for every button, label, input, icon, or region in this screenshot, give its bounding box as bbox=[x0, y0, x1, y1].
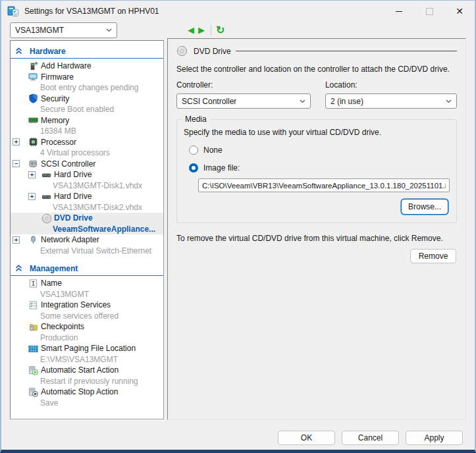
tree-item-sub: Secure Boot enabled bbox=[11, 104, 163, 115]
settings-tree: Hardware Add Hardware bbox=[10, 40, 164, 419]
minimize-button[interactable] bbox=[384, 1, 414, 22]
tree-item-label: Integration Services bbox=[41, 300, 111, 309]
tree-item-processor[interactable]: + Processor bbox=[11, 137, 163, 148]
tree-item-label: Add Hardware bbox=[41, 61, 92, 70]
main-area: Hardware Add Hardware bbox=[1, 38, 475, 421]
collapse-icon[interactable]: − bbox=[13, 160, 20, 167]
hyperv-settings-icon bbox=[7, 5, 19, 17]
auto-stop-icon bbox=[28, 387, 38, 397]
tree-item-sub: 16384 MB bbox=[11, 126, 163, 137]
expand-icon[interactable]: + bbox=[28, 193, 36, 200]
tree-item-label: Name bbox=[41, 279, 62, 288]
tree-item-label: Network Adapter bbox=[41, 235, 99, 244]
tree-item-hard-drive-1[interactable]: + Hard Drive bbox=[11, 169, 163, 180]
checklist-icon bbox=[28, 300, 38, 310]
tree-item-auto-start[interactable]: Automatic Start Action bbox=[11, 365, 163, 376]
tree-item-label: Hard Drive bbox=[54, 192, 92, 201]
tree-item-smart-paging[interactable]: Smart Paging File Location bbox=[11, 343, 163, 354]
panel-header: DVD Drive bbox=[176, 45, 457, 57]
apply-button[interactable]: Apply bbox=[406, 431, 463, 445]
vm-selector-value: VSA13MGMT bbox=[15, 26, 64, 35]
tree-item-sub: VSA13MGMT-Disk1.vhdx bbox=[11, 180, 163, 192]
maximize-icon bbox=[426, 8, 433, 15]
tree-item-name[interactable]: Name bbox=[11, 278, 163, 289]
location-label: Location: bbox=[325, 80, 457, 90]
shield-icon bbox=[28, 93, 38, 103]
titlebar: Settings for VSA13MGMT on HPHV01 ✕ bbox=[1, 1, 475, 22]
section-hardware[interactable]: Hardware bbox=[11, 44, 163, 59]
scsi-controller-icon bbox=[28, 159, 38, 169]
expand-icon[interactable]: + bbox=[13, 138, 20, 146]
firmware-icon bbox=[28, 72, 38, 82]
expand-icon[interactable]: + bbox=[13, 236, 20, 244]
remove-button[interactable]: Remove bbox=[410, 249, 456, 263]
tree-item-label: Automatic Stop Action bbox=[41, 387, 118, 396]
hard-drive-icon bbox=[41, 170, 51, 180]
tree-item-label: Hard Drive bbox=[54, 170, 92, 179]
tree-item-sub: External Virtual Switch-Ethernet bbox=[11, 246, 163, 257]
tree-item-sub: Boot entry changes pending bbox=[11, 82, 163, 93]
navigate-back-button[interactable]: ◀ bbox=[186, 26, 196, 34]
browse-button[interactable]: Browse... bbox=[401, 199, 448, 215]
processor-icon bbox=[28, 137, 38, 147]
radio-image-file-icon[interactable] bbox=[189, 163, 198, 173]
radio-none-icon[interactable] bbox=[189, 146, 198, 155]
tree-item-firmware[interactable]: Firmware bbox=[11, 72, 163, 83]
tree-item-scsi-controller[interactable]: − SCSI Controller bbox=[11, 159, 163, 170]
dvd-disc-icon bbox=[176, 45, 188, 57]
radio-none-option[interactable]: None bbox=[189, 146, 448, 155]
media-group-label: Media bbox=[182, 115, 209, 124]
vm-selector[interactable]: VSA13MGMT bbox=[10, 22, 117, 38]
hard-drive-icon bbox=[41, 192, 51, 201]
window-title: Settings for VSA13MGMT on HPHV01 bbox=[24, 7, 384, 16]
tree-item-label: SCSI Controller bbox=[41, 159, 95, 169]
settings-dialog: Settings for VSA13MGMT on HPHV01 ✕ VSA13… bbox=[0, 0, 476, 453]
tree-item-add-hardware[interactable]: Add Hardware bbox=[11, 61, 163, 72]
navigate-forward-button[interactable]: ▶ bbox=[196, 26, 207, 34]
dvd-drive-panel: DVD Drive Select the controller and loca… bbox=[167, 38, 466, 420]
media-group: Media Specify the media to use with your… bbox=[176, 119, 457, 223]
tree-item-sub: 4 Virtual processors bbox=[11, 147, 163, 159]
refresh-button[interactable]: ↻ bbox=[216, 25, 225, 36]
section-label: Management bbox=[30, 264, 78, 273]
tree-item-label: Processor bbox=[41, 138, 76, 147]
section-label: Hardware bbox=[30, 47, 66, 56]
media-intro: Specify the media to use with your virtu… bbox=[184, 128, 448, 137]
close-button[interactable]: ✕ bbox=[444, 1, 475, 22]
tree-item-memory[interactable]: Memory bbox=[11, 115, 163, 126]
tree-item-network-adapter[interactable]: + Network Adapter bbox=[11, 234, 163, 246]
tree-item-dvd-drive[interactable]: DVD Drive bbox=[11, 213, 163, 224]
tree-item-checkpoints[interactable]: Checkpoints bbox=[11, 321, 163, 333]
controller-label: Controller: bbox=[176, 80, 311, 90]
remove-hint: To remove the virtual CD/DVD drive from … bbox=[176, 234, 457, 243]
tree-item-label: Checkpoints bbox=[41, 322, 84, 331]
tree-item-label: DVD Drive bbox=[54, 213, 93, 223]
section-management[interactable]: Management bbox=[11, 261, 163, 276]
selected-tree-item: DVD Drive VeeamSoftwareAppliance... bbox=[11, 213, 163, 234]
panel-title: DVD Drive bbox=[194, 47, 231, 56]
controller-value: SCSI Controller bbox=[182, 97, 236, 106]
tree-item-auto-stop[interactable]: Automatic Stop Action bbox=[11, 386, 163, 398]
radio-image-file-label: Image file: bbox=[203, 163, 240, 173]
memory-icon bbox=[28, 115, 38, 125]
tree-item-integration-services[interactable]: Integration Services bbox=[11, 300, 163, 311]
tree-item-sub: Some services offered bbox=[11, 311, 163, 322]
location-select[interactable]: 2 (in use) bbox=[325, 93, 457, 109]
expand-icon[interactable]: + bbox=[28, 171, 36, 178]
image-path-input[interactable] bbox=[198, 178, 450, 192]
tree-item-label: Smart Paging File Location bbox=[41, 344, 136, 353]
tree-item-hard-drive-2[interactable]: + Hard Drive bbox=[11, 191, 163, 202]
tree-item-label: Automatic Start Action bbox=[41, 365, 119, 375]
panel-intro: Select the controller and location on th… bbox=[176, 65, 457, 74]
tree-item-security[interactable]: Security bbox=[11, 93, 163, 105]
tree-item-sub: VSA13MGMT-Disk2.vhdx bbox=[11, 202, 163, 213]
radio-image-file-option[interactable]: Image file: bbox=[189, 163, 448, 173]
minimize-icon bbox=[396, 11, 402, 12]
toolbar-separator bbox=[211, 25, 211, 36]
cancel-button[interactable]: Cancel bbox=[342, 431, 399, 445]
ok-button[interactable]: OK bbox=[278, 431, 335, 445]
controller-select[interactable]: SCSI Controller bbox=[176, 93, 311, 109]
smart-paging-icon bbox=[28, 344, 38, 354]
tree-item-sub: Production bbox=[11, 333, 163, 344]
tree-item-sub: E:\VMS\VSA13MGMT bbox=[11, 354, 163, 365]
